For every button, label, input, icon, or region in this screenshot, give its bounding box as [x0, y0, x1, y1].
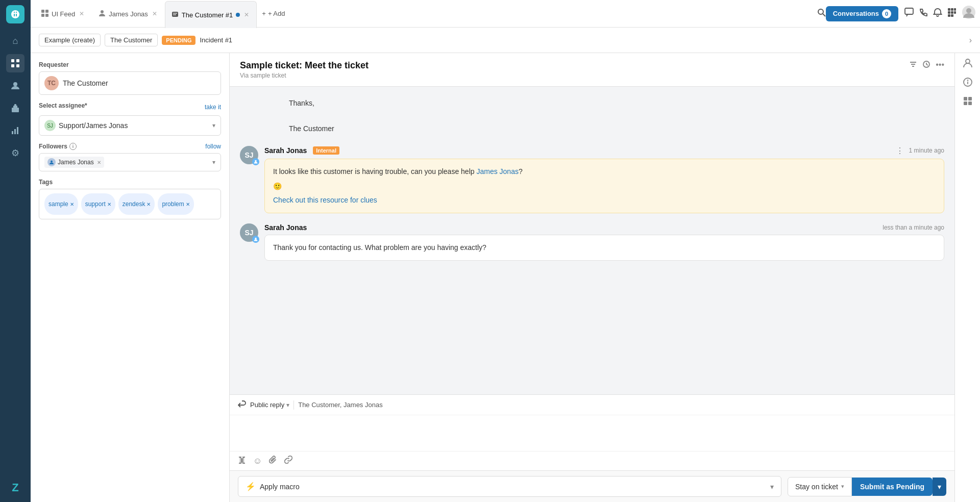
reports-icon[interactable] [6, 121, 24, 140]
svg-point-35 [255, 237, 257, 239]
users-icon[interactable] [6, 77, 24, 95]
views-icon[interactable] [6, 54, 24, 72]
stay-on-ticket-button[interactable]: Stay on ticket ▾ [788, 477, 852, 496]
reply-type-label: Public reply [250, 401, 284, 409]
reply-header: Public reply ▾ The Customer, James Jonas [230, 395, 954, 415]
submit-section: Stay on ticket ▾ Submit as Pending ▾ [788, 477, 946, 496]
tab-the-customer-close[interactable]: ✕ [243, 10, 250, 19]
assignee-avatar: SJ [44, 120, 56, 131]
follow-link[interactable]: follow [205, 143, 221, 150]
resource-link[interactable]: Check out this resource for clues [273, 196, 377, 204]
phone-icon[interactable] [919, 8, 928, 19]
take-it-link[interactable]: take it [205, 104, 221, 111]
format-text-icon[interactable] [238, 456, 246, 466]
apps-panel-icon[interactable] [963, 96, 973, 109]
messages-area: Thanks, The Customer SJ [230, 87, 954, 394]
conversations-button[interactable]: Conversations 0 [826, 6, 898, 21]
filter-icon[interactable] [909, 60, 917, 70]
ticket-header: Sample ticket: Meet the ticket Via sampl… [230, 53, 954, 87]
tab-add-button[interactable]: + + Add [257, 7, 290, 20]
breadcrumb-customer[interactable]: The Customer [105, 34, 158, 46]
tab-the-customer-label: The Customer #1 [182, 11, 233, 19]
message-sarah-public: SJ Sarah Jonas less than a minute ago Th… [240, 223, 944, 261]
tab-james-jonas-close[interactable]: ✕ [151, 9, 158, 18]
tags-section: Tags sample ✕ support ✕ zendesk ✕ [39, 179, 221, 219]
svg-rect-42 [964, 102, 967, 105]
apps-grid-icon[interactable] [947, 8, 957, 19]
followers-field[interactable]: James Jonas ✕ ▾ [39, 153, 221, 171]
attachment-icon[interactable] [269, 456, 277, 466]
svg-point-34 [255, 160, 257, 162]
tag-sample: sample ✕ [44, 193, 78, 215]
svg-rect-22 [948, 8, 950, 11]
history-icon[interactable] [922, 60, 930, 70]
james-jonas-link[interactable]: James Jonas [476, 167, 518, 175]
tags-container[interactable]: sample ✕ support ✕ zendesk ✕ problem ✕ [39, 189, 221, 219]
msg-customer-name: The Customer [289, 122, 944, 135]
svg-point-19 [818, 9, 823, 14]
more-options-icon[interactable]: ••• [936, 60, 944, 70]
action-bar: ⚡ Apply macro ▾ Stay on ticket ▾ Submit … [230, 470, 954, 502]
svg-rect-12 [45, 10, 48, 13]
svg-rect-41 [968, 97, 972, 101]
settings-icon[interactable]: ⚙ [6, 144, 24, 162]
tab-ui-feed-close[interactable]: ✕ [78, 9, 85, 18]
breadcrumb-example[interactable]: Example (create) [39, 34, 101, 46]
reply-type-chevron-icon: ▾ [286, 401, 289, 409]
svg-rect-1 [16, 59, 19, 62]
svg-rect-3 [16, 64, 19, 67]
app-logo[interactable] [6, 5, 24, 23]
link-icon[interactable] [284, 456, 292, 466]
far-right-panel [954, 53, 980, 502]
info-icon[interactable] [963, 77, 973, 90]
assignee-section-header: Select assignee* take it [39, 102, 221, 112]
tag-sample-remove[interactable]: ✕ [70, 202, 74, 207]
macro-bolt-icon: ⚡ [246, 482, 256, 491]
tag-zendesk-remove[interactable]: ✕ [146, 202, 151, 207]
tab-search-icon[interactable] [817, 8, 826, 19]
svg-point-32 [51, 161, 53, 163]
internal-badge: Internal [313, 146, 339, 155]
tag-support-remove[interactable]: ✕ [107, 202, 111, 207]
user-avatar-icon[interactable] [962, 5, 976, 22]
svg-point-15 [101, 10, 104, 13]
tab-ui-feed[interactable]: UI Feed ✕ [35, 0, 92, 27]
reply-area: Public reply ▾ The Customer, James Jonas… [230, 394, 954, 470]
message-more-icon[interactable]: ⋮ [896, 146, 904, 156]
assignee-field[interactable]: SJ Support/James Jonas ▾ [39, 115, 221, 136]
sarah-avatar-badge [252, 158, 259, 165]
reply-compose-area[interactable] [230, 415, 954, 451]
chat-icon[interactable] [904, 8, 914, 19]
svg-rect-28 [948, 14, 950, 17]
message-customer-partial: Thanks, The Customer [240, 97, 944, 136]
submit-chevron-button[interactable]: ▾ [933, 478, 946, 496]
tag-problem-remove[interactable]: ✕ [186, 202, 190, 207]
requester-field[interactable]: TC The Customer [39, 71, 221, 95]
notifications-icon[interactable] [933, 8, 942, 19]
submit-pending-button[interactable]: Submit as Pending [852, 478, 933, 496]
home-icon[interactable]: ⌂ [6, 32, 24, 50]
internal-msg-bubble: It looks like this customer is having tr… [264, 159, 944, 213]
apply-macro-button[interactable]: ⚡ Apply macro ▾ [238, 476, 781, 497]
svg-rect-13 [41, 14, 44, 17]
zendesk-bottom-logo[interactable]: Z [6, 479, 24, 497]
public-msg-time: less than a minute ago [883, 224, 944, 231]
tab-the-customer[interactable]: The Customer #1 ✕ [165, 1, 257, 28]
organizations-icon[interactable] [6, 99, 24, 117]
followers-info-icon[interactable]: i [69, 143, 77, 150]
breadcrumb-chevron-icon[interactable]: › [969, 36, 972, 45]
reply-type-button[interactable]: Public reply ▾ [250, 401, 289, 409]
svg-line-20 [823, 14, 825, 16]
user-profile-icon[interactable] [963, 58, 973, 71]
internal-msg-text: It looks like this customer is having tr… [273, 166, 936, 177]
ticket-panel: Sample ticket: Meet the ticket Via sampl… [230, 53, 954, 502]
svg-rect-25 [948, 11, 950, 14]
svg-rect-14 [45, 14, 48, 17]
tags-label: Tags [39, 179, 221, 186]
emoji-icon[interactable]: ☺ [253, 456, 262, 466]
svg-rect-24 [954, 8, 956, 11]
submit-pending-label: Submit as Pending [860, 483, 924, 491]
svg-rect-10 [17, 127, 18, 134]
remove-follower-icon[interactable]: ✕ [97, 160, 101, 165]
tab-james-jonas[interactable]: James Jonas ✕ [92, 0, 165, 27]
